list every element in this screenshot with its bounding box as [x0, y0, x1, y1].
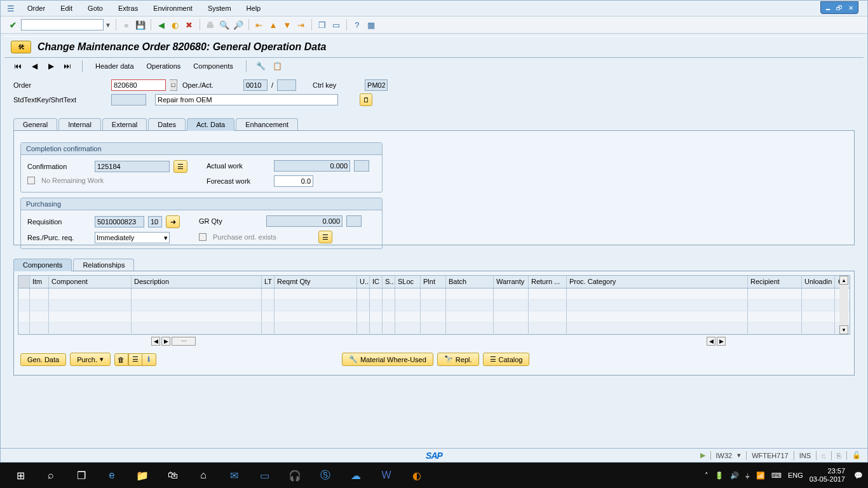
- clipboard-icon[interactable]: 📋: [272, 60, 283, 72]
- tab-internal[interactable]: Internal: [58, 118, 101, 130]
- menu-goto[interactable]: Goto: [81, 3, 109, 13]
- last-page-icon[interactable]: ⇥: [295, 19, 307, 30]
- info-button[interactable]: ℹ: [142, 353, 156, 366]
- col-proc[interactable]: Proc. Category: [567, 276, 748, 288]
- sap-command-icon[interactable]: ☰: [7, 4, 15, 13]
- command-dropdown-icon[interactable]: ▼: [105, 22, 111, 29]
- col-return[interactable]: Return ...: [529, 276, 567, 288]
- tab-external[interactable]: External: [102, 118, 147, 130]
- menu-system[interactable]: System: [201, 3, 238, 13]
- col-batch[interactable]: Batch: [446, 276, 494, 288]
- col-itm[interactable]: Itm: [30, 276, 49, 288]
- col-component[interactable]: Component: [49, 276, 132, 288]
- first-record-icon[interactable]: ⏮: [12, 60, 24, 72]
- forecast-field[interactable]: [274, 175, 313, 187]
- mail-icon[interactable]: ✉: [219, 463, 249, 488]
- close-button[interactable]: ✕: [845, 3, 857, 12]
- grid-vscroll[interactable]: ▲▼: [839, 276, 848, 334]
- nav-header-data[interactable]: Header data: [92, 61, 138, 71]
- input-icon[interactable]: ⌨: [771, 471, 782, 480]
- table-row[interactable]: [18, 323, 850, 334]
- saplogon-icon[interactable]: ◐: [402, 463, 432, 488]
- col-unloading[interactable]: Unloadin: [802, 276, 835, 288]
- nav-operations[interactable]: Operations: [143, 61, 185, 71]
- tab-components-lower[interactable]: Components: [13, 259, 72, 271]
- status-abort-icon[interactable]: ⎘: [837, 452, 841, 459]
- tab-enhancement[interactable]: Enhancement: [236, 118, 298, 130]
- start-button[interactable]: ⊞: [5, 463, 36, 488]
- explorer-icon[interactable]: 📁: [127, 463, 158, 488]
- back-icon[interactable]: «: [121, 19, 132, 30]
- col-warranty[interactable]: Warranty: [494, 276, 529, 288]
- status-triangle-icon[interactable]: ▶: [700, 451, 705, 459]
- search-icon[interactable]: ⌕: [36, 463, 66, 488]
- first-page-icon[interactable]: ⇤: [254, 19, 265, 30]
- table-row[interactable]: [18, 288, 850, 300]
- save-icon[interactable]: 💾: [135, 19, 146, 30]
- col-sloc[interactable]: SLoc: [395, 276, 421, 288]
- menu-order[interactable]: Order: [21, 3, 51, 13]
- volume-icon[interactable]: 🔊: [730, 471, 739, 480]
- col-s[interactable]: S..: [383, 276, 395, 288]
- table-row[interactable]: [18, 300, 850, 311]
- find-icon[interactable]: 🔍: [219, 19, 230, 30]
- menu-environment[interactable]: Environment: [147, 3, 199, 13]
- shorttext-field[interactable]: [155, 94, 338, 105]
- prev-record-icon[interactable]: ◀: [29, 60, 40, 72]
- enter-icon[interactable]: ✔: [7, 19, 18, 30]
- col-description[interactable]: Description: [132, 276, 262, 288]
- tray-up-icon[interactable]: ˄: [705, 471, 709, 480]
- edge-icon[interactable]: e: [97, 463, 127, 488]
- menu-extras[interactable]: Extras: [112, 3, 144, 13]
- col-reqqty[interactable]: Reqmt Qty: [275, 276, 357, 288]
- command-field[interactable]: [21, 19, 104, 30]
- order-field[interactable]: [111, 79, 166, 91]
- scroll-right2-icon[interactable]: ▶: [717, 337, 726, 346]
- table-row[interactable]: [18, 311, 850, 323]
- last-record-icon[interactable]: ⏭: [62, 60, 73, 72]
- catalog-button[interactable]: ☰Catalog: [483, 353, 530, 366]
- repl-button[interactable]: 🔭Repl.: [437, 353, 479, 366]
- gendata-button[interactable]: Gen. Data: [20, 353, 66, 366]
- cancel-icon[interactable]: ✖: [184, 19, 195, 30]
- graphic-button[interactable]: 🗑: [114, 353, 128, 366]
- notifications-icon[interactable]: 💬: [854, 471, 863, 480]
- tab-act-data[interactable]: Act. Data: [187, 118, 234, 131]
- col-ic[interactable]: IC: [370, 276, 383, 288]
- skype-icon[interactable]: Ⓢ: [310, 463, 341, 488]
- purch-button[interactable]: Purch.▾: [70, 353, 111, 366]
- tab-relationships[interactable]: Relationships: [73, 259, 134, 271]
- respurc-select[interactable]: Immediately▾: [95, 232, 170, 243]
- tab-general[interactable]: General: [13, 118, 57, 130]
- app1-icon[interactable]: ▭: [249, 463, 280, 488]
- onedrive-icon[interactable]: ☁: [341, 463, 371, 488]
- layout-icon[interactable]: ▦: [365, 19, 377, 30]
- scroll-left2-icon[interactable]: ◀: [707, 337, 715, 346]
- next-page-icon[interactable]: ▼: [281, 19, 293, 30]
- nav-components[interactable]: Components: [189, 61, 236, 71]
- menu-edit[interactable]: Edit: [54, 3, 79, 13]
- order-f4-icon[interactable]: ☐: [170, 79, 177, 91]
- col-um[interactable]: U..: [357, 276, 370, 288]
- list-button[interactable]: ☰: [128, 353, 142, 366]
- help-icon[interactable]: ?: [351, 19, 363, 30]
- tab-dates[interactable]: Dates: [148, 118, 186, 130]
- shortcut-icon[interactable]: ▭: [330, 19, 342, 30]
- battery-icon[interactable]: 🔋: [715, 471, 724, 480]
- exit-icon[interactable]: ◐: [170, 19, 181, 30]
- requisition-display-button[interactable]: ➜: [166, 215, 180, 228]
- maximize-button[interactable]: 🗗: [834, 3, 845, 12]
- prev-page-icon[interactable]: ▲: [268, 19, 279, 30]
- back-green-icon[interactable]: ◀: [156, 19, 167, 30]
- new-session-icon[interactable]: ❐: [316, 19, 328, 30]
- menu-help[interactable]: Help: [240, 3, 268, 13]
- po-list-button[interactable]: ☰: [318, 231, 332, 243]
- col-lt[interactable]: LT: [262, 276, 275, 288]
- scroll-right-icon[interactable]: ▶: [161, 337, 170, 346]
- wrench-icon[interactable]: 🔧: [255, 60, 267, 72]
- col-recipient[interactable]: Recipient: [748, 276, 802, 288]
- print-icon[interactable]: 🖶: [205, 19, 216, 30]
- lang-indicator[interactable]: ENG: [788, 471, 803, 479]
- col-select[interactable]: [18, 276, 30, 288]
- taskbar-clock[interactable]: 23:57 03-05-2017: [810, 467, 848, 484]
